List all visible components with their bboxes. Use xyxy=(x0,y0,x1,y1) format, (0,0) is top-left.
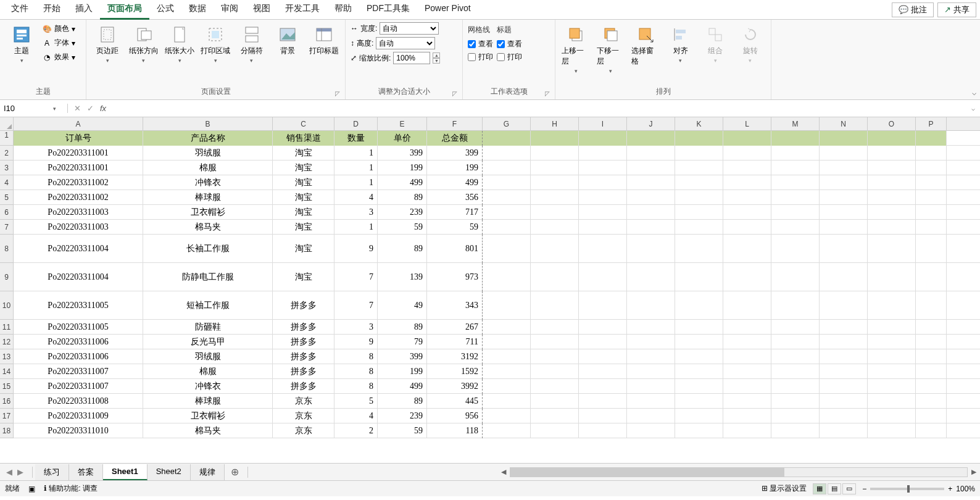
sheet-nav-next[interactable]: ▶ xyxy=(17,467,23,477)
cell[interactable] xyxy=(531,235,579,263)
col-header-A[interactable]: A xyxy=(14,117,143,130)
cell[interactable] xyxy=(868,335,916,349)
cell[interactable]: 数量 xyxy=(334,131,378,146)
cell[interactable] xyxy=(771,160,820,175)
cell[interactable] xyxy=(771,364,820,379)
cell[interactable]: 卫衣帽衫 xyxy=(143,205,273,220)
cell[interactable] xyxy=(868,235,916,263)
cell[interactable] xyxy=(771,263,820,291)
cell[interactable]: 89 xyxy=(378,394,427,409)
name-box[interactable]: ▾ xyxy=(0,104,68,113)
cell[interactable] xyxy=(868,320,916,335)
spreadsheet-grid[interactable]: ABCDEFGHIJKLMNOP 12345678910111213141516… xyxy=(0,117,980,463)
cell[interactable] xyxy=(579,263,627,291)
cell[interactable] xyxy=(675,364,723,379)
cell[interactable]: 京东 xyxy=(273,409,334,423)
cell[interactable] xyxy=(483,423,531,438)
cell[interactable]: 3192 xyxy=(427,349,483,364)
headings-view-check[interactable]: 查看 xyxy=(497,39,522,49)
theme-effects-button[interactable]: ◔效果 ▾ xyxy=(42,51,75,64)
cell[interactable]: Po202203311006 xyxy=(14,349,143,364)
cell[interactable] xyxy=(723,160,771,175)
cell[interactable] xyxy=(627,335,675,349)
cell[interactable] xyxy=(579,349,627,364)
cell[interactable] xyxy=(675,409,723,423)
cell[interactable] xyxy=(723,423,771,438)
cell[interactable] xyxy=(483,320,531,335)
cell[interactable] xyxy=(531,263,579,291)
cell[interactable]: 356 xyxy=(427,190,483,205)
cell[interactable] xyxy=(916,291,947,320)
cell[interactable] xyxy=(627,423,675,438)
cell[interactable] xyxy=(483,291,531,320)
cell[interactable] xyxy=(723,291,771,320)
cell[interactable] xyxy=(771,379,820,394)
cell[interactable] xyxy=(531,409,579,423)
cell[interactable] xyxy=(820,146,868,160)
cell[interactable]: 拼多多 xyxy=(273,349,334,364)
col-header-G[interactable]: G xyxy=(483,117,531,130)
cell[interactable]: 89 xyxy=(378,235,427,263)
cell[interactable]: 羽绒服 xyxy=(143,146,273,160)
cell[interactable] xyxy=(868,409,916,423)
cell[interactable] xyxy=(675,190,723,205)
scale-height-select[interactable]: 自动 xyxy=(376,37,435,49)
row-header-1[interactable]: 1 xyxy=(0,131,13,146)
cell[interactable] xyxy=(723,394,771,409)
cell[interactable]: 1592 xyxy=(427,364,483,379)
col-header-N[interactable]: N xyxy=(820,117,868,130)
col-header-C[interactable]: C xyxy=(273,117,334,130)
page-size-button[interactable]: 纸张大小▾ xyxy=(164,22,196,66)
cell[interactable] xyxy=(771,190,820,205)
cell[interactable] xyxy=(868,190,916,205)
cell[interactable] xyxy=(483,235,531,263)
display-settings-button[interactable]: ⊞ 显示器设置 xyxy=(762,483,807,494)
rotate-button[interactable]: 旋转▾ xyxy=(735,22,766,66)
cell[interactable] xyxy=(531,291,579,320)
cell[interactable]: 499 xyxy=(378,379,427,394)
theme-colors-button[interactable]: 🎨颜色 ▾ xyxy=(42,22,75,35)
cell[interactable] xyxy=(820,379,868,394)
cell[interactable] xyxy=(820,175,868,190)
menu-tab-页面布局[interactable]: 页面布局 xyxy=(100,0,149,20)
cell[interactable] xyxy=(820,335,868,349)
cell[interactable]: 499 xyxy=(378,175,427,190)
cell[interactable] xyxy=(579,205,627,220)
cell[interactable] xyxy=(723,409,771,423)
cell[interactable] xyxy=(723,220,771,235)
cell[interactable] xyxy=(771,320,820,335)
themes-button[interactable]: 主题▾ xyxy=(5,22,38,66)
row-header-18[interactable]: 18 xyxy=(0,423,13,438)
cell[interactable] xyxy=(771,349,820,364)
cell[interactable]: 拼多多 xyxy=(273,335,334,349)
cell[interactable]: 199 xyxy=(378,160,427,175)
cell[interactable]: 399 xyxy=(427,146,483,160)
cell[interactable]: 冲锋衣 xyxy=(143,379,273,394)
cell[interactable]: 89 xyxy=(378,190,427,205)
cell[interactable] xyxy=(675,235,723,263)
col-header-O[interactable]: O xyxy=(868,117,916,130)
menu-tab-公式[interactable]: 公式 xyxy=(149,0,181,20)
cell[interactable]: 267 xyxy=(427,320,483,335)
cell[interactable] xyxy=(868,394,916,409)
cell[interactable] xyxy=(771,175,820,190)
cell[interactable] xyxy=(771,131,820,146)
formula-input[interactable] xyxy=(116,104,963,113)
cell[interactable]: 399 xyxy=(378,349,427,364)
cell[interactable]: Po202203311001 xyxy=(14,160,143,175)
cell[interactable]: 长袖工作服 xyxy=(143,235,273,263)
col-header-B[interactable]: B xyxy=(143,117,273,130)
cell[interactable] xyxy=(916,263,947,291)
cell[interactable] xyxy=(820,190,868,205)
scale-launcher[interactable]: ◸ xyxy=(452,90,457,97)
cell[interactable] xyxy=(675,335,723,349)
cell[interactable]: 1 xyxy=(334,160,378,175)
scale-percent-input[interactable] xyxy=(393,52,430,64)
cell[interactable] xyxy=(868,263,916,291)
cell[interactable] xyxy=(531,220,579,235)
cell[interactable] xyxy=(531,320,579,335)
row-header-16[interactable]: 16 xyxy=(0,394,13,409)
sheet-tab-规律[interactable]: 规律 xyxy=(191,464,225,480)
cell[interactable] xyxy=(627,291,675,320)
cell[interactable]: 89 xyxy=(378,320,427,335)
